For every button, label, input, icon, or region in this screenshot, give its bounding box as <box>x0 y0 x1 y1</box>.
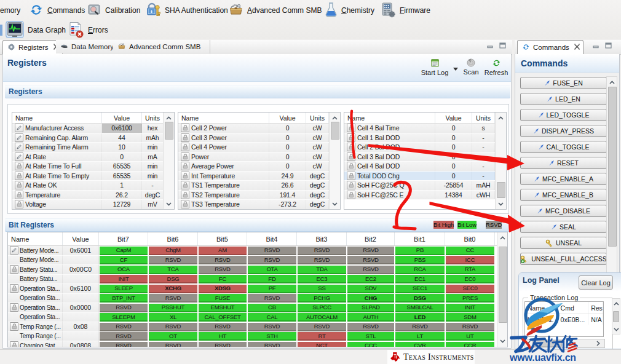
register-row[interactable]: Cell 4 Bal DOD0- <box>344 162 506 172</box>
bit-cell-sdv[interactable]: SDV <box>347 285 394 293</box>
bit-column-header-bit3[interactable]: Bit3 <box>297 232 347 245</box>
bit-register-row[interactable]: Battery Mode...CFRSVDRSVDRSVDRSVDRSVDPBS… <box>8 256 507 266</box>
bit-cell-emshut[interactable]: EMSHUT <box>199 304 247 312</box>
bit-cell-rsvd[interactable]: RSVD <box>149 256 197 264</box>
scroll-up-icon[interactable] <box>164 113 174 122</box>
register-row[interactable]: Int Temperature24.9degC <box>178 172 340 181</box>
bit-cell-sleep[interactable]: SLEEP <box>100 285 148 293</box>
bit-cell-rca[interactable]: RCA <box>395 266 445 274</box>
tab-data-memory[interactable]: Data Memory <box>56 40 120 53</box>
bit-cell-btp_int[interactable]: BTP_INT <box>100 294 148 303</box>
column-header-units[interactable]: Units <box>472 113 495 123</box>
bit-register-row[interactable]: Operation Sta...0x6100SLEEPXCHGXDSGPFSSS… <box>8 284 507 294</box>
maximize-icon[interactable] <box>605 42 612 50</box>
register-row[interactable]: TS2 Temperature191.4degC <box>178 191 340 200</box>
bit-cell-rta[interactable]: RTA <box>446 266 494 274</box>
command-button-mfc_enable_a[interactable]: MFC_ENABLE_A <box>520 173 607 185</box>
scroll-thumb[interactable] <box>608 87 617 247</box>
bit-cell-ut[interactable]: UT <box>446 332 494 341</box>
register-row[interactable]: Cell 4 Power0cW <box>178 143 340 152</box>
bit-column-header-bit1[interactable]: Bit1 <box>395 232 445 245</box>
bit-cell-rsvd[interactable]: RSVD <box>199 342 247 348</box>
command-button-seal[interactable]: SEAL <box>520 221 607 233</box>
register-row[interactable]: Cell 1 Bal DOD0- <box>344 133 506 143</box>
bit-cell-cal[interactable]: CAL <box>248 313 296 322</box>
maximize-icon[interactable] <box>499 42 507 50</box>
bit-cell-smblcal[interactable]: SMBLCAL <box>395 304 445 312</box>
column-header-units[interactable]: Units <box>306 113 329 123</box>
command-button-led_toggle[interactable]: LED_TOGGLE <box>520 109 607 121</box>
scroll-down-icon[interactable] <box>330 199 340 208</box>
command-button-led_en[interactable]: LED_EN <box>520 93 607 105</box>
bit-cell-pres[interactable]: PRES <box>446 294 494 303</box>
bit-cell-slpcc[interactable]: SLPCC <box>298 304 346 312</box>
scroll-down-icon[interactable] <box>612 325 620 334</box>
txn-column-header-name[interactable]: Name <box>525 302 558 314</box>
bit-cell-fuse[interactable]: FUSE <box>199 294 247 303</box>
bit-cell-init[interactable]: INIT <box>100 275 148 283</box>
transaction-log-vscrollbar[interactable] <box>612 298 620 334</box>
bit-cell-ec3[interactable]: EC3 <box>298 275 346 283</box>
bit-cell-tda[interactable]: TDA <box>298 266 346 274</box>
toolbar-item-firmware[interactable]: Firmware <box>381 2 430 19</box>
start-log-button[interactable]: Start Log <box>419 58 451 76</box>
bit-cell-ccc[interactable]: CCC <box>347 342 394 348</box>
start-log-dropdown[interactable] <box>453 65 459 73</box>
register-row[interactable]: SoH FC@25C E14384cWH <box>344 191 506 200</box>
bit-cell-am[interactable]: AM <box>199 247 247 255</box>
column-header-name[interactable]: Name <box>344 113 435 123</box>
scroll-thumb[interactable] <box>497 182 505 198</box>
scroll-thumb[interactable] <box>499 247 507 323</box>
refresh-button[interactable]: Refresh <box>483 58 510 76</box>
bit-cell-ccr[interactable]: CCR <box>446 342 494 348</box>
bit-cell-nct[interactable]: NCT <box>298 342 346 348</box>
bit-cell-rsvd[interactable]: RSVD <box>248 342 296 348</box>
bit-cell-sec1[interactable]: SEC1 <box>395 285 445 293</box>
column-header-name[interactable]: Name <box>12 113 102 123</box>
register-row[interactable]: Voltage12729mV <box>12 200 174 210</box>
bit-register-row[interactable]: Temp Range (...RSVDOTHTSTHRTSTLLTUT <box>8 332 507 342</box>
command-button-unseal_full_access[interactable]: UNSEAL_FULL_ACCESS <box>520 253 607 265</box>
bit-column-header-bit2[interactable]: Bit2 <box>347 232 395 245</box>
register-row[interactable]: TS3 Temperature-273.2degC <box>178 200 340 210</box>
bit-cell-lt[interactable]: LT <box>395 332 445 341</box>
register-row[interactable]: Total DOD Chg0- <box>344 172 506 181</box>
bit-cell-rsvd[interactable]: RSVD <box>248 256 296 264</box>
bit-cell-sleepm[interactable]: SLEEPM <box>100 313 148 322</box>
toolbar-item-chemistry[interactable]: Chemistry <box>325 2 374 19</box>
txn-column-header-cmd[interactable]: Cmd <box>558 302 589 314</box>
commands-scrollbar[interactable] <box>606 76 617 291</box>
bit-cell-ot[interactable]: OT <box>149 332 197 341</box>
bit-cell-rsvd[interactable]: RSVD <box>298 323 346 331</box>
bit-cell-ota[interactable]: OTA <box>248 266 296 274</box>
register-row[interactable]: At Rate0mA <box>12 152 174 162</box>
column-header-value[interactable]: Value <box>435 113 472 123</box>
bit-cell-xchg[interactable]: XCHG <box>149 285 197 293</box>
bit-cell-dsg[interactable]: DSG <box>395 294 445 303</box>
register-row[interactable]: Cell 2 Power0cW <box>178 124 340 133</box>
command-button-mfc_disable[interactable]: MFC_DISABLE <box>520 205 607 217</box>
bit-cell-slpad[interactable]: SLPAD <box>347 304 394 312</box>
scroll-up-icon[interactable] <box>496 113 506 122</box>
bit-cell-ec1[interactable]: EC1 <box>395 275 445 283</box>
bit-column-header-bit7[interactable]: Bit7 <box>99 232 148 245</box>
minimize-icon[interactable] <box>593 42 600 50</box>
bit-cell-stl[interactable]: STL <box>347 332 394 341</box>
register-row[interactable]: Average Power0cW <box>178 162 340 172</box>
scroll-thumb[interactable] <box>165 122 173 140</box>
column-header-units[interactable]: Units <box>142 113 164 123</box>
tab-commands[interactable]: Commands <box>517 40 583 54</box>
toolbar-item-errors[interactable]: Errors <box>68 22 108 39</box>
bit-cell-rsvd[interactable]: RSVD <box>248 294 296 303</box>
toolbar-item-data-graph[interactable]: Data Graph <box>6 22 66 39</box>
bit-cell-init[interactable]: INIT <box>446 304 494 312</box>
bit-cell-rsvd[interactable]: RSVD <box>100 342 148 348</box>
register-row[interactable]: At Rate Time To Empty65535min <box>12 172 174 181</box>
bit-cell-rsvd[interactable]: RSVD <box>395 323 445 331</box>
bit-cell-fc[interactable]: FC <box>199 275 247 283</box>
register-row[interactable]: Remaining Time Alarm10min <box>12 143 174 152</box>
table-scrollbar[interactable] <box>495 113 506 209</box>
register-row[interactable]: TS1 Temperature26.6degC <box>178 181 340 191</box>
bit-cell-rsvd[interactable]: RSVD <box>149 323 197 331</box>
scroll-thumb[interactable] <box>613 311 619 322</box>
